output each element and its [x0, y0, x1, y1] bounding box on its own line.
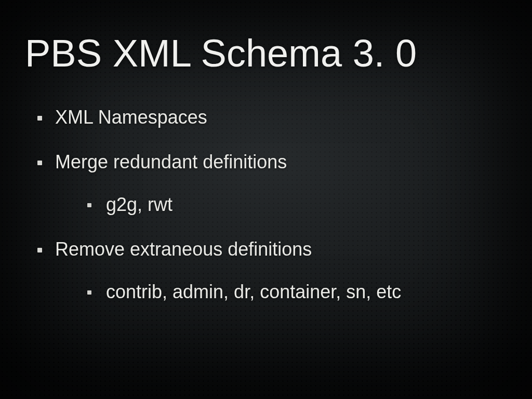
- list-item: g2g, rwt: [55, 194, 507, 216]
- slide-title: PBS XML Schema 3. 0: [25, 31, 507, 75]
- bullet-text: Merge redundant definitions: [55, 151, 287, 172]
- sub-bullet-list: contrib, admin, dr, container, sn, etc: [55, 281, 507, 303]
- bullet-text: contrib, admin, dr, container, sn, etc: [106, 281, 401, 302]
- slide-content: PBS XML Schema 3. 0 XML Namespaces Merge…: [0, 0, 532, 303]
- list-item: Remove extraneous definitions contrib, a…: [25, 238, 507, 303]
- list-item: Merge redundant definitions g2g, rwt: [25, 151, 507, 216]
- list-item: contrib, admin, dr, container, sn, etc: [55, 281, 507, 303]
- bullet-text: g2g, rwt: [106, 194, 172, 215]
- bullet-text: Remove extraneous definitions: [55, 238, 312, 260]
- sub-bullet-list: g2g, rwt: [55, 194, 507, 216]
- bullet-list: XML Namespaces Merge redundant definitio…: [25, 107, 507, 303]
- bullet-text: XML Namespaces: [55, 107, 207, 128]
- list-item: XML Namespaces: [25, 107, 507, 128]
